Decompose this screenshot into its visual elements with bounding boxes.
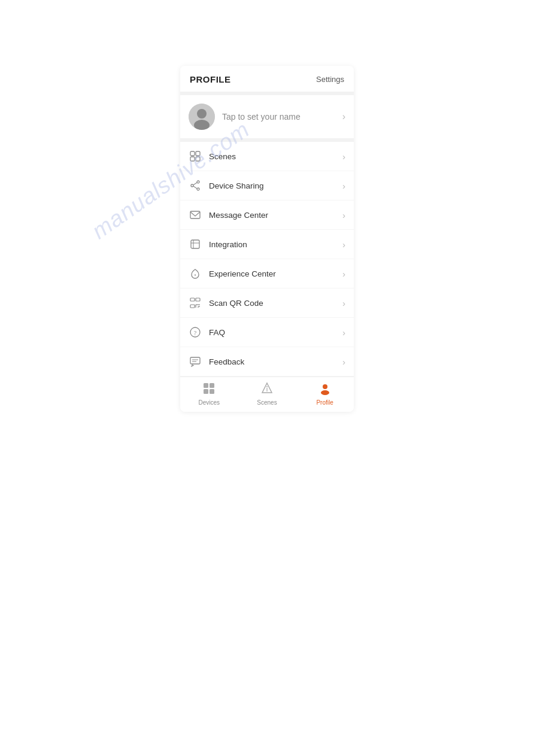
- menu-item-faq[interactable]: ? FAQ ›: [180, 318, 354, 347]
- svg-point-9: [197, 188, 199, 190]
- scenes-nav-icon: [260, 382, 274, 398]
- scan-qr-code-label: Scan QR Code: [209, 299, 342, 308]
- scenes-nav-label: Scenes: [257, 399, 277, 406]
- svg-rect-6: [196, 157, 200, 161]
- svg-point-34: [266, 386, 268, 387]
- svg-point-36: [321, 390, 329, 395]
- svg-rect-4: [196, 151, 200, 156]
- integration-chevron: ›: [342, 239, 345, 250]
- svg-rect-3: [190, 151, 195, 156]
- svg-text:?: ?: [194, 330, 197, 336]
- faq-chevron: ›: [342, 327, 345, 338]
- feedback-chevron: ›: [342, 357, 345, 367]
- svg-rect-31: [204, 389, 208, 394]
- svg-rect-32: [210, 389, 214, 394]
- menu-item-message-center[interactable]: Message Center ›: [180, 201, 354, 230]
- message-center-icon: [189, 208, 202, 221]
- svg-rect-5: [190, 157, 195, 161]
- integration-icon: [189, 238, 202, 251]
- menu-item-feedback[interactable]: Feedback ›: [180, 347, 354, 377]
- scenes-icon: [189, 150, 202, 163]
- profile-nav-label: Profile: [316, 399, 333, 406]
- svg-rect-19: [190, 305, 195, 308]
- svg-rect-29: [204, 383, 208, 388]
- nav-item-profile[interactable]: Profile: [307, 382, 343, 406]
- message-center-label: Message Center: [209, 211, 342, 220]
- profile-title: PROFILE: [190, 74, 231, 84]
- faq-icon: ?: [189, 326, 202, 339]
- menu-item-experience-center[interactable]: Experience Center ›: [180, 259, 354, 289]
- experience-center-chevron: ›: [342, 269, 345, 279]
- message-center-chevron: ›: [342, 210, 345, 220]
- bottom-nav: Devices Scenes Profile: [180, 377, 354, 412]
- feedback-icon: [189, 355, 202, 368]
- menu-item-scan-qr-code[interactable]: Scan QR Code ›: [180, 289, 354, 318]
- svg-rect-13: [191, 240, 199, 248]
- svg-line-10: [193, 183, 197, 185]
- svg-rect-17: [190, 298, 195, 301]
- user-profile-row[interactable]: Tap to set your name ›: [180, 95, 354, 138]
- user-row-chevron: ›: [342, 111, 345, 122]
- settings-link[interactable]: Settings: [316, 75, 344, 84]
- menu-item-scenes[interactable]: Scenes ›: [180, 142, 354, 171]
- svg-point-35: [323, 384, 327, 389]
- feedback-label: Feedback: [209, 357, 342, 366]
- menu-list: Scenes › Device Sharing ›: [180, 142, 354, 377]
- svg-rect-12: [190, 211, 200, 218]
- profile-nav-icon: [318, 382, 332, 398]
- avatar: [189, 104, 215, 130]
- user-name-placeholder: Tap to set your name: [222, 112, 342, 122]
- devices-icon: [202, 382, 216, 398]
- device-sharing-label: Device Sharing: [209, 181, 342, 190]
- faq-label: FAQ: [209, 328, 342, 337]
- device-sharing-chevron: ›: [342, 181, 345, 191]
- svg-rect-30: [210, 383, 214, 388]
- avatar-icon: [189, 104, 215, 130]
- scenes-chevron: ›: [342, 151, 345, 162]
- phone-container: PROFILE Settings Tap to set your name ›: [180, 66, 354, 412]
- scan-qr-code-chevron: ›: [342, 298, 345, 308]
- devices-nav-label: Devices: [199, 399, 220, 406]
- device-sharing-icon: [189, 179, 202, 192]
- experience-center-label: Experience Center: [209, 269, 342, 278]
- menu-item-device-sharing[interactable]: Device Sharing ›: [180, 171, 354, 201]
- svg-point-1: [197, 109, 207, 119]
- scan-qr-code-icon: [189, 296, 202, 309]
- svg-point-7: [197, 181, 199, 183]
- scenes-label: Scenes: [209, 152, 342, 161]
- menu-item-integration[interactable]: Integration ›: [180, 230, 354, 259]
- nav-item-scenes[interactable]: Scenes: [249, 382, 285, 406]
- nav-item-devices[interactable]: Devices: [191, 382, 227, 406]
- svg-rect-18: [196, 298, 200, 301]
- svg-line-11: [193, 186, 197, 189]
- experience-center-icon: [189, 267, 202, 280]
- svg-rect-26: [190, 357, 200, 364]
- integration-label: Integration: [209, 240, 342, 249]
- svg-point-8: [191, 184, 193, 187]
- profile-header: PROFILE Settings: [180, 66, 354, 92]
